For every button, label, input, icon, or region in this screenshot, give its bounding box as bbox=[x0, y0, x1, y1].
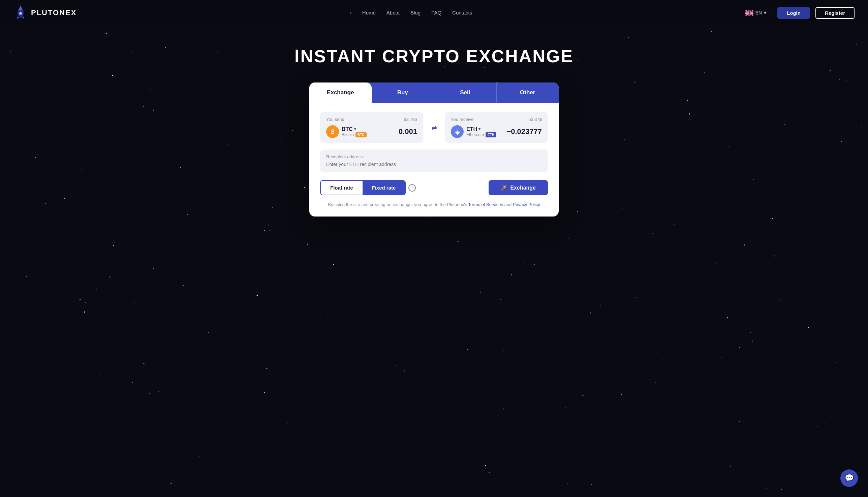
svg-point-2 bbox=[19, 12, 22, 14]
send-name-area: BTC ▾ Bitcoin BTC bbox=[342, 126, 367, 137]
lang-chevron: ▾ bbox=[764, 10, 766, 15]
login-button[interactable]: Login bbox=[777, 7, 810, 19]
send-label-row: You send 63.78$ bbox=[326, 117, 417, 122]
tab-buy[interactable]: Buy bbox=[372, 83, 434, 103]
recipient-box: Recepient address bbox=[320, 150, 548, 172]
receive-crypto-selector[interactable]: ◈ ETH ▾ Ethereum ETH bbox=[451, 125, 496, 138]
receive-chevron: ▾ bbox=[479, 127, 481, 131]
rate-row: Float rate Fixed rate i 🚀 Exchange bbox=[320, 180, 548, 195]
navbar: PLUTONEX Home About Blog FAQ Contacts EN… bbox=[0, 0, 868, 26]
hero-title: INSTANT CRYPTO EXCHANGE bbox=[294, 46, 574, 66]
card-body: You send 63.78$ ₿ BTC ▾ bbox=[309, 103, 559, 216]
send-crypto-selector[interactable]: ₿ BTC ▾ Bitcoin BTC bbox=[326, 125, 367, 138]
receive-ticker: ETH ▾ bbox=[466, 126, 496, 132]
eth-icon: ◈ bbox=[451, 125, 464, 138]
nav-faq[interactable]: FAQ bbox=[431, 10, 441, 15]
info-icon[interactable]: i bbox=[409, 184, 416, 191]
nav-home[interactable]: Home bbox=[362, 10, 376, 15]
receive-box: You receive 63.37$ ◈ ETH ▾ bbox=[445, 112, 548, 143]
receive-amount: ~0.023777 bbox=[507, 127, 542, 136]
fixed-rate-button[interactable]: Fixed rate bbox=[362, 181, 405, 195]
main-content: INSTANT CRYPTO EXCHANGE Exchange Buy Sel… bbox=[0, 26, 868, 243]
receive-label-row: You receive 63.37$ bbox=[451, 117, 542, 122]
exchange-button[interactable]: 🚀 Exchange bbox=[488, 180, 548, 195]
recipient-input[interactable] bbox=[326, 161, 542, 167]
btc-tag: BTC bbox=[356, 132, 367, 137]
terms-text: By using the site and creating an exchan… bbox=[320, 202, 548, 207]
receive-selector-row: ◈ ETH ▾ Ethereum ETH bbox=[451, 125, 542, 138]
exchange-card: Exchange Buy Sell Other You send 63.78$ … bbox=[309, 83, 559, 216]
rate-buttons-area: Float rate Fixed rate i bbox=[320, 180, 416, 195]
nav-contacts[interactable]: Contacts bbox=[452, 10, 472, 15]
eth-tag: ETH bbox=[485, 132, 496, 137]
privacy-link[interactable]: Privacy Policy bbox=[513, 202, 540, 207]
receive-label: You receive bbox=[451, 117, 473, 122]
brand-name: PLUTONEX bbox=[31, 9, 77, 17]
crypto-row: You send 63.78$ ₿ BTC ▾ bbox=[320, 112, 548, 143]
tabs: Exchange Buy Sell Other bbox=[309, 83, 559, 103]
logo-icon bbox=[13, 5, 28, 21]
receive-fullname: Ethereum ETH bbox=[466, 132, 496, 137]
send-ticker: BTC ▾ bbox=[342, 126, 367, 132]
send-selector-row: ₿ BTC ▾ Bitcoin BTC bbox=[326, 125, 417, 138]
send-usd: 63.78$ bbox=[404, 117, 417, 122]
send-box: You send 63.78$ ₿ BTC ▾ bbox=[320, 112, 423, 143]
rate-buttons: Float rate Fixed rate bbox=[320, 180, 406, 195]
btc-icon: ₿ bbox=[326, 125, 339, 138]
nav-right: EN ▾ Login Register bbox=[745, 7, 855, 19]
send-amount[interactable]: 0.001 bbox=[399, 127, 417, 136]
terms-link[interactable]: Terms of Services bbox=[468, 202, 503, 207]
nav-divider bbox=[772, 8, 772, 17]
swap-icon-wrap: ⇌ bbox=[429, 112, 439, 143]
recipient-label: Recepient address bbox=[326, 154, 542, 159]
nav-dot bbox=[350, 12, 352, 14]
nav-about[interactable]: About bbox=[386, 10, 400, 15]
chat-icon: 💬 bbox=[845, 474, 854, 483]
nav-links: Home About Blog FAQ Contacts bbox=[350, 10, 472, 16]
register-button[interactable]: Register bbox=[815, 7, 855, 19]
tab-sell[interactable]: Sell bbox=[434, 83, 497, 103]
float-rate-button[interactable]: Float rate bbox=[321, 181, 362, 195]
exchange-label: Exchange bbox=[510, 185, 536, 191]
chat-bubble[interactable]: 💬 bbox=[840, 469, 858, 487]
tab-exchange[interactable]: Exchange bbox=[309, 83, 372, 103]
receive-usd: 63.37$ bbox=[528, 117, 542, 122]
language-selector[interactable]: EN ▾ bbox=[745, 10, 766, 16]
flag-icon bbox=[745, 10, 754, 16]
send-fullname: Bitcoin BTC bbox=[342, 132, 367, 137]
swap-icon[interactable]: ⇌ bbox=[431, 124, 437, 132]
logo[interactable]: PLUTONEX bbox=[13, 5, 77, 21]
lang-label: EN bbox=[756, 10, 762, 15]
tab-other[interactable]: Other bbox=[497, 83, 559, 103]
send-chevron: ▾ bbox=[354, 127, 356, 131]
exchange-emoji: 🚀 bbox=[501, 185, 508, 191]
receive-name-area: ETH ▾ Ethereum ETH bbox=[466, 126, 496, 137]
nav-blog[interactable]: Blog bbox=[410, 10, 421, 15]
send-label: You send bbox=[326, 117, 344, 122]
